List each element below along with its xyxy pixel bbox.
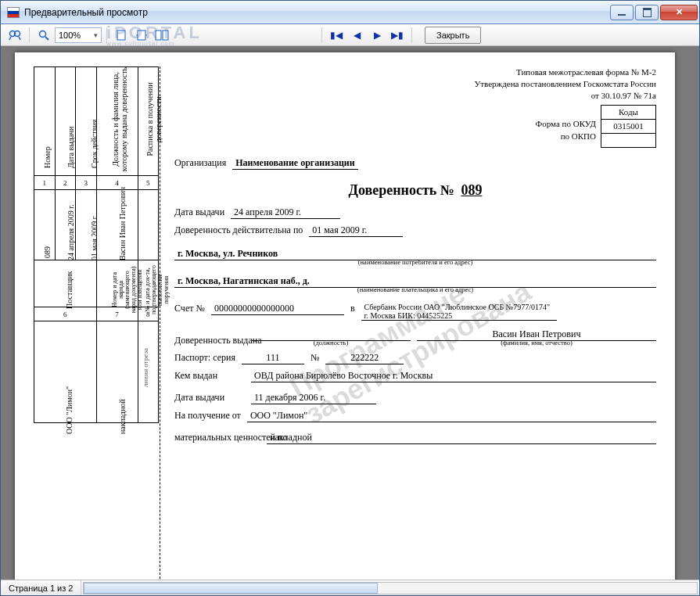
toolbar-divider [321,27,322,43]
passport-date-label: Дата выдачи [174,392,245,404]
zoom-value: 100% [59,31,81,40]
receive-from-label: На получение от [174,410,241,422]
svg-rect-4 [138,31,145,40]
first-page-button[interactable]: ▮◀ [327,27,346,44]
issued-to-label: Доверенность выдана [174,335,245,346]
page-indicator: Страница 1 из 2 [1,580,81,595]
okpo-label: по ОКПО [531,130,601,142]
form-type-line: Типовая межотраслевая форма № М-2 [174,66,656,78]
passport-no-label: № [311,352,319,364]
next-page-button[interactable]: ▶ [368,27,386,44]
issue-date-label: Дата выдачи [174,206,224,218]
passport-date-value: 11 декабря 2006 г. [251,392,376,404]
bank-value: Сбербанк России ОАО "Люблинское ОСБ №797… [361,303,557,321]
valid-until-label: Доверенность действительна по [174,224,303,236]
svg-rect-3 [117,31,125,40]
prev-page-button[interactable]: ◀ [347,27,366,44]
passport-series-label: Паспорт: серия [174,352,235,364]
receive-from-value: ООО "Лимон" [247,410,656,422]
document-number: 089 [461,182,482,198]
approved-date-line: от 30.10.97 № 71а [174,90,656,102]
issue-date-value: 24 апреля 2009 г. [231,206,340,219]
stub-table: Номер Дата выдачи Срок действия Должност… [34,66,159,423]
horizontal-scrollbar[interactable] [83,582,698,594]
titlebar[interactable]: Предварительный просмотр [1,1,699,24]
maximize-button[interactable] [635,5,659,20]
close-preview-button[interactable]: Закрыть [425,27,481,44]
close-window-button[interactable] [660,5,698,20]
toolbar: 100% iPORTAL www.softportal.com ▮◀ ◀ ▶ ▶… [1,24,699,46]
approved-line: Утверждена постановлением Госкомстата Ро… [174,78,656,90]
svg-rect-6 [163,31,168,40]
codes-table: Коды 0315001 [601,105,656,148]
issued-by-value: ОВД района Бирюлёво Восточное г. Москвы [251,370,656,382]
scrollbar-thumb[interactable] [84,583,378,594]
zoom-tool-button[interactable] [34,27,53,44]
minimize-button[interactable] [610,5,634,20]
svg-rect-5 [156,31,161,40]
toolbar-divider [29,27,30,43]
okud-value: 0315001 [601,119,656,133]
window-buttons [610,5,698,20]
app-icon [7,7,20,18]
okud-label: Форма по ОКУД [531,117,601,130]
cut-line [160,66,160,580]
document-title: Доверенность № 089 [174,182,656,199]
okpo-value [601,133,656,147]
page-whole-button[interactable] [112,27,131,44]
account-value: 00000000000000000 [211,303,344,315]
organization-value: Наименование организации [232,157,358,170]
statusbar: Страница 1 из 2 [1,580,699,595]
valid-until-value: 01 мая 2009 г. [309,224,403,237]
account-label: Счет № [174,303,205,314]
last-page-button[interactable]: ▶▮ [388,27,407,44]
passport-series-value: 111 [242,352,304,364]
passport-no-value: 222222 [325,352,404,364]
issued-by-label: Кем выдан [174,370,245,382]
cut-line-label: линия отреза [142,348,149,387]
materials-doc-value: накладной [267,432,656,444]
page: Программа не зарегистрирована Номер Дата… [15,52,675,580]
zoom-combobox[interactable]: 100% [55,27,102,43]
materials-label: материальных ценностей по [174,432,260,443]
svg-point-2 [40,31,46,37]
find-button[interactable] [5,27,24,44]
page-two-button[interactable] [153,27,171,44]
toolbar-divider [411,27,412,43]
print-preview-window: Предварительный просмотр 100% iPORTAL ww… [0,0,700,596]
stub-section: Номер Дата выдачи Срок действия Должност… [34,66,159,580]
organization-label: Организация [174,157,226,169]
window-title: Предварительный просмотр [24,7,610,18]
main-form: Типовая межотраслевая форма № М-2 Утверж… [167,66,656,580]
preview-viewport[interactable]: Программа не зарегистрирована Номер Дата… [1,46,699,580]
page-width-button[interactable] [132,27,151,44]
toolbar-divider [106,27,107,43]
